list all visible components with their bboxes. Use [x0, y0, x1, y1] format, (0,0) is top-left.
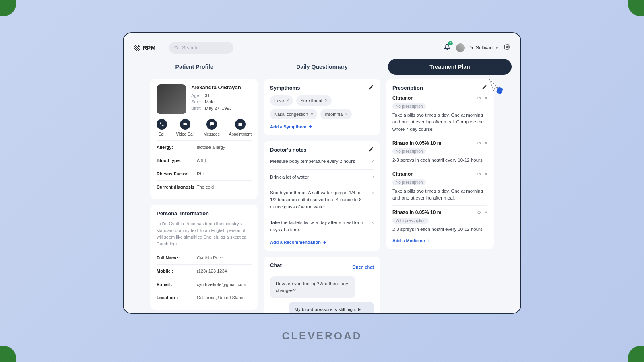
remove-chip-button[interactable]: ×: [345, 111, 348, 117]
user-menu[interactable]: Dr. Sullivan ▾: [456, 43, 498, 52]
value-blood-type: A (II): [197, 158, 206, 163]
edit-symptoms-button[interactable]: [368, 84, 374, 91]
notifications-badge: 3: [448, 41, 453, 45]
remove-note-button[interactable]: ×: [371, 219, 374, 226]
chevron-down-icon: ▾: [496, 46, 498, 50]
prescription-item: Citramon⟳×No prescriptionTake a pills tw…: [392, 167, 487, 205]
open-chat-link[interactable]: Open chat: [352, 265, 374, 269]
remove-medicine-button[interactable]: ×: [485, 95, 487, 101]
decorative-corner: [0, 0, 16, 16]
edit-prescription-button[interactable]: [482, 84, 487, 91]
prescription-badge: No prescription: [392, 148, 426, 154]
remove-medicine-button[interactable]: ×: [485, 171, 487, 177]
refresh-medicine-button[interactable]: ⟳: [477, 171, 481, 177]
svg-point-2: [506, 46, 508, 48]
add-symptom-button[interactable]: Add a Sympthom+: [270, 123, 374, 130]
prescription-instructions: Take a pills two times a day. One at mor…: [392, 112, 487, 133]
topbar: RPM Search... 3 Dr. Sullivan ▾: [131, 40, 513, 59]
action-label: Appointment: [229, 132, 252, 136]
patient-name: Alexandra O'Brayan: [191, 84, 252, 90]
prescription-item: Rinazolin 0.05% 10 ml⟳×With prescription…: [392, 205, 487, 236]
symptom-chip-label: Insomnia: [324, 112, 343, 117]
prescription-item: Citramon⟳×No prescriptionTake a pills tw…: [392, 95, 487, 136]
symptom-chip: Insomnia×: [320, 109, 352, 119]
remove-chip-button[interactable]: ×: [325, 98, 328, 103]
tabs: Patient Profile Daily Questionnary Treat…: [131, 59, 513, 79]
gear-icon: [504, 44, 510, 50]
symptoms-title: Sympthoms: [270, 85, 300, 91]
prescription-item: Rinazolin 0.05% 10 ml⟳×No prescription2-…: [392, 136, 487, 167]
refresh-medicine-button[interactable]: ⟳: [477, 210, 481, 215]
action-video-call[interactable]: Video Call: [176, 119, 194, 136]
tab-treatment-plan[interactable]: Treatment Plan: [388, 59, 512, 75]
symptom-chip-label: Nasal congestion: [274, 112, 308, 117]
remove-note-button[interactable]: ×: [371, 158, 374, 165]
search-icon: [174, 45, 179, 50]
phone-icon: [159, 122, 164, 127]
middle-column: Sympthoms Feve×Sore throat×Nasal congest…: [264, 79, 380, 313]
action-label: Video Call: [176, 132, 194, 136]
note-row: Sooth your throat. A salt-water gargle. …: [270, 185, 374, 215]
refresh-medicine-button[interactable]: ⟳: [477, 140, 481, 146]
personal-info-blurb: Hi I'm Cynthia Price,has been the indust…: [157, 220, 252, 247]
add-recommendation-button[interactable]: Add a Recommendation+: [270, 239, 374, 245]
prescription-badge: No prescription: [392, 179, 426, 185]
decorative-corner: [0, 346, 16, 362]
svg-rect-5: [241, 122, 241, 123]
content-grid: Alexandra O'Brayan Age:31 Sex:Male Birth…: [131, 79, 513, 313]
note-text: Sooth your throat. A salt-water gargle. …: [270, 189, 367, 211]
medicine-name: Rinazolin 0.05% 10 ml: [392, 140, 443, 146]
decorative-corner: [628, 0, 644, 16]
notifications-button[interactable]: 3: [444, 44, 450, 52]
remove-note-button[interactable]: ×: [371, 174, 374, 181]
search-input[interactable]: Search...: [169, 42, 233, 54]
remove-chip-button[interactable]: ×: [286, 98, 289, 103]
value-location: California, United States: [197, 295, 245, 300]
prescription-instructions: 2-3 sprays in each nostril every 10-12 h…: [392, 226, 487, 233]
settings-button[interactable]: [504, 44, 510, 52]
add-symptom-label: Add a Sympthom: [270, 124, 306, 129]
pencil-icon: [368, 146, 374, 152]
symptoms-card: Sympthoms Feve×Sore throat×Nasal congest…: [264, 79, 380, 135]
tab-daily-questionnary[interactable]: Daily Questionnary: [260, 59, 384, 75]
plus-icon: +: [323, 239, 326, 245]
tab-patient-profile[interactable]: Patient Profile: [132, 59, 256, 75]
action-appointment[interactable]: Appointment: [229, 119, 252, 136]
prescription-card: Prescription Citramon⟳×No prescriptionTa…: [386, 79, 494, 249]
add-medicine-button[interactable]: Add a Medicine+: [392, 238, 487, 244]
chat-message-patient: My blood pressure is still high. Is ther…: [289, 302, 374, 313]
action-message[interactable]: Message: [204, 119, 220, 136]
remove-medicine-button[interactable]: ×: [485, 140, 487, 146]
value-birth: May 27, 1993: [205, 106, 232, 111]
personal-info-card: Personal Information Hi I'm Cynthia Pric…: [150, 205, 258, 310]
action-call[interactable]: Call: [157, 119, 167, 136]
label-diagnosis: Current diagnosis: [157, 185, 197, 189]
pencil-icon: [482, 84, 487, 90]
remove-medicine-button[interactable]: ×: [485, 210, 487, 215]
video-icon: [183, 122, 188, 127]
svg-point-0: [175, 46, 178, 49]
pointer-cursor-icon: [487, 79, 505, 95]
value-diagnosis: The cold: [197, 185, 214, 189]
brand-name: RPM: [143, 45, 155, 51]
chat-message-doctor: How are you feeling? Are there any chang…: [270, 276, 355, 298]
action-label: Message: [204, 132, 220, 136]
svg-rect-6: [496, 86, 503, 95]
chat-card: Chat Open chat How are you feeling? Are …: [264, 257, 380, 313]
remove-chip-button[interactable]: ×: [310, 111, 313, 117]
refresh-medicine-button[interactable]: ⟳: [477, 95, 481, 101]
logo: RPM: [134, 45, 155, 51]
avatar: [456, 43, 465, 52]
chat-title: Chat: [270, 262, 282, 268]
left-column: Alexandra O'Brayan Age:31 Sex:Male Birth…: [150, 79, 258, 313]
value-sex: Male: [205, 99, 215, 104]
user-name: Dr. Sullivan: [468, 45, 493, 51]
label-mobile: Mobile :: [157, 269, 197, 274]
prescription-badge: With prescription: [392, 218, 429, 224]
note-text: Take the tablets twice a day after a mea…: [270, 219, 367, 234]
note-row: Take the tablets twice a day after a mea…: [270, 215, 374, 238]
remove-note-button[interactable]: ×: [371, 189, 374, 197]
edit-notes-button[interactable]: [368, 146, 374, 153]
label-age: Age:: [191, 93, 205, 98]
logo-mark-icon: [134, 45, 140, 51]
